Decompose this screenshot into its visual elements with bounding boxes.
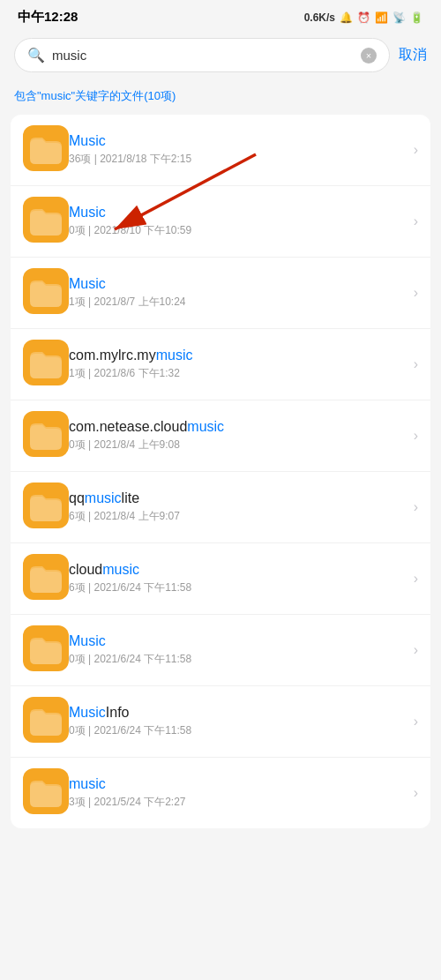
file-name: Music xyxy=(69,276,407,292)
status-icons: 0.6K/s 🔔 ⏰ 📶 📡 🔋 xyxy=(304,11,423,24)
notification-icon: 🔔 xyxy=(340,11,353,24)
signal-icon: 📶 xyxy=(375,11,388,24)
list-item[interactable]: com.netease.cloudmusic0项 | 2021/8/4 上午9:… xyxy=(11,400,430,472)
folder-icon xyxy=(23,554,69,603)
file-name: cloudmusic xyxy=(69,562,407,578)
file-info: Music1项 | 2021/8/7 上午10:24 xyxy=(69,276,407,310)
clear-button[interactable]: × xyxy=(361,48,377,64)
file-meta: 1项 | 2021/8/7 上午10:24 xyxy=(69,295,407,310)
file-meta: 0项 | 2021/8/10 下午10:59 xyxy=(69,223,407,238)
file-meta: 36项 | 2021/8/18 下午2:15 xyxy=(69,152,407,167)
file-info: com.netease.cloudmusic0项 | 2021/8/4 上午9:… xyxy=(69,419,407,453)
file-info: MusicInfo0项 | 2021/6/24 下午11:58 xyxy=(69,705,407,738)
alarm-icon: ⏰ xyxy=(357,11,370,24)
file-info: com.mylrc.mymusic1项 | 2021/8/6 下午1:32 xyxy=(69,348,407,381)
file-meta: 0项 | 2021/6/24 下午11:58 xyxy=(69,652,407,667)
chevron-right-icon: › xyxy=(414,213,418,229)
list-item[interactable]: Music36项 | 2021/8/18 下午2:15› xyxy=(11,115,430,186)
wifi-icon: 📡 xyxy=(392,11,406,24)
chevron-right-icon: › xyxy=(414,428,418,444)
list-item[interactable]: music3项 | 2021/5/24 下午2:27› xyxy=(11,758,430,828)
file-meta: 0项 | 2021/6/24 下午11:58 xyxy=(69,723,407,738)
folder-icon xyxy=(23,625,69,675)
file-meta: 3项 | 2021/5/24 下午2:27 xyxy=(69,795,407,810)
list-item[interactable]: Music0项 | 2021/6/24 下午11:58› xyxy=(11,615,430,686)
chevron-right-icon: › xyxy=(414,785,418,801)
file-name: qqmusiclite xyxy=(69,490,407,506)
status-time: 中午12:28 xyxy=(18,9,78,26)
section-header-text: 包含"music"关键字的文件(10项) xyxy=(14,89,176,102)
chevron-right-icon: › xyxy=(414,499,418,515)
file-name: com.mylrc.mymusic xyxy=(69,348,407,363)
list-item[interactable]: Music0项 | 2021/8/10 下午10:59› xyxy=(11,186,430,258)
file-name: music xyxy=(69,776,407,792)
file-meta: 0项 | 2021/8/4 上午9:08 xyxy=(69,438,407,453)
folder-icon xyxy=(23,483,69,532)
chevron-right-icon: › xyxy=(414,571,418,587)
chevron-right-icon: › xyxy=(414,714,418,729)
search-input[interactable] xyxy=(52,48,354,63)
file-meta: 6项 | 2021/6/24 下午11:58 xyxy=(69,580,407,595)
file-info: music3项 | 2021/5/24 下午2:27 xyxy=(69,776,407,810)
list-item[interactable]: cloudmusic6项 | 2021/6/24 下午11:58› xyxy=(11,543,430,615)
search-bar[interactable]: 🔍 × xyxy=(14,38,390,72)
file-info: Music0项 | 2021/8/10 下午10:59 xyxy=(69,205,407,238)
folder-icon xyxy=(23,197,69,246)
chevron-right-icon: › xyxy=(414,285,418,301)
file-name: MusicInfo xyxy=(69,705,407,721)
file-list: Music36项 | 2021/8/18 下午2:15› Music0项 | 2… xyxy=(11,115,430,828)
file-info: Music0项 | 2021/6/24 下午11:58 xyxy=(69,633,407,667)
folder-icon xyxy=(23,411,69,460)
folder-icon xyxy=(23,697,69,746)
folder-icon xyxy=(23,268,69,318)
network-speed: 0.6K/s xyxy=(304,11,335,24)
status-bar: 中午12:28 0.6K/s 🔔 ⏰ 📶 📡 🔋 xyxy=(0,0,441,31)
search-icon: 🔍 xyxy=(27,47,45,64)
battery-icon: 🔋 xyxy=(410,11,423,24)
list-item[interactable]: qqmusiclite6项 | 2021/8/4 上午9:07› xyxy=(11,472,430,543)
cancel-button[interactable]: 取消 xyxy=(399,46,427,64)
file-name: Music xyxy=(69,633,407,649)
list-item[interactable]: Music1项 | 2021/8/7 上午10:24› xyxy=(11,258,430,329)
file-name: com.netease.cloudmusic xyxy=(69,419,407,435)
chevron-right-icon: › xyxy=(414,356,418,372)
folder-icon xyxy=(23,125,69,175)
chevron-right-icon: › xyxy=(414,642,418,658)
chevron-right-icon: › xyxy=(414,142,418,158)
file-info: cloudmusic6项 | 2021/6/24 下午11:58 xyxy=(69,562,407,595)
file-name: Music xyxy=(69,133,407,149)
section-header: 包含"music"关键字的文件(10项) xyxy=(0,79,441,111)
list-item[interactable]: MusicInfo0项 | 2021/6/24 下午11:58› xyxy=(11,686,430,758)
file-meta: 1项 | 2021/8/6 下午1:32 xyxy=(69,366,407,381)
file-info: Music36项 | 2021/8/18 下午2:15 xyxy=(69,133,407,167)
folder-icon xyxy=(23,768,69,818)
search-container: 🔍 × 取消 xyxy=(0,31,441,79)
file-meta: 6项 | 2021/8/4 上午9:07 xyxy=(69,509,407,524)
file-info: qqmusiclite6项 | 2021/8/4 上午9:07 xyxy=(69,490,407,524)
list-item[interactable]: com.mylrc.mymusic1项 | 2021/8/6 下午1:32› xyxy=(11,329,430,400)
folder-icon xyxy=(23,340,69,389)
file-name: Music xyxy=(69,205,407,221)
